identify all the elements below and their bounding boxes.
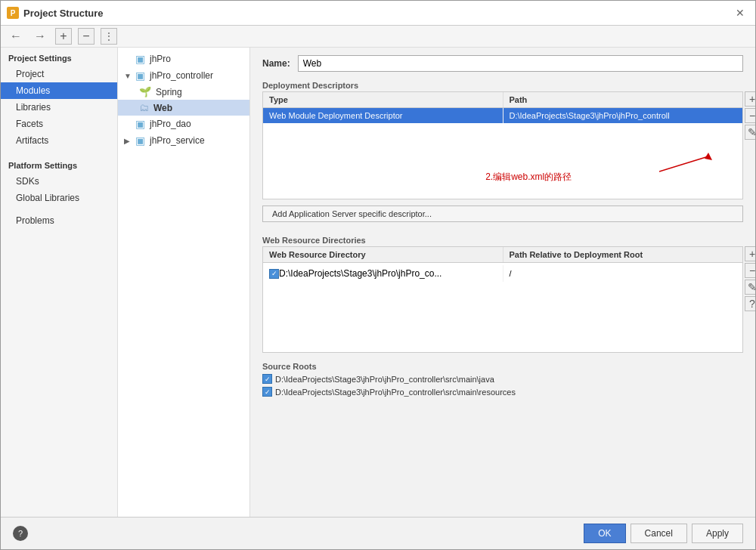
ok-button[interactable]: OK <box>584 524 625 543</box>
web-resource-section: Web Resource Directories Web Resource Di… <box>250 233 755 353</box>
left-panel: Project Settings Project Modules Librari… <box>1 48 118 517</box>
deployment-table: Type Path Web Module Deployment Descript… <box>262 91 743 199</box>
svg-marker-1 <box>705 153 712 160</box>
title-bar-left: P Project Structure <box>7 7 103 19</box>
main-content: Project Settings Project Modules Librari… <box>1 48 755 517</box>
red-arrow-icon <box>659 153 720 178</box>
divider2 <box>1 206 117 212</box>
name-row: Name: <box>250 48 755 78</box>
web-resource-table: Web Resource Directory Path Relative to … <box>262 246 743 353</box>
add-deployment-button[interactable]: + <box>745 91 755 107</box>
web-resource-header: Web Resource Directory Path Relative to … <box>263 247 742 263</box>
web-resource-row[interactable]: ✓ D:\IdeaProjects\Stage3\jhPro\jhPro_co.… <box>263 263 742 284</box>
web-side-buttons: + − ✎ ? <box>745 246 755 311</box>
module-tree-panel: ▣ jhPro ▼ ▣ jhPro_controller 🌱 Spring 🗂 … <box>118 48 250 517</box>
web-table-empty-area <box>263 284 742 352</box>
deployment-descriptors-label: Deployment Descriptors <box>250 78 755 91</box>
web-path-cell: / <box>503 266 743 281</box>
bottom-right: OK Cancel Apply <box>584 524 743 543</box>
sidebar-item-global-libraries[interactable]: Global Libraries <box>1 190 117 206</box>
source-root-checkbox-0[interactable]: ✓ <box>262 374 272 384</box>
bottom-left: ? <box>13 526 28 541</box>
annotation-text: 2.编辑web.xml的路径 <box>485 171 572 184</box>
remove-button-nav[interactable]: − <box>78 28 94 45</box>
tree-item-jhpro-dao[interactable]: ▣ jhPro_dao <box>118 116 249 132</box>
right-detail-panel: Name: Deployment Descriptors Type Path W… <box>250 48 755 517</box>
tree-item-web[interactable]: 🗂 Web <box>118 100 249 116</box>
edit-deployment-button[interactable]: ✎ <box>745 125 755 140</box>
source-root-item-0: ✓ D:\IdeaProjects\Stage3\jhPro\jhPro_con… <box>250 372 755 385</box>
extra-button-nav[interactable]: ⋮ <box>101 28 117 45</box>
close-button[interactable]: ✕ <box>731 5 749 20</box>
source-roots-label: Source Roots <box>250 359 755 372</box>
deployment-table-header: Type Path <box>263 92 742 108</box>
sidebar-item-modules[interactable]: Modules <box>1 82 117 99</box>
back-button[interactable]: ← <box>7 28 25 45</box>
apply-button[interactable]: Apply <box>692 524 743 543</box>
tree-item-spring[interactable]: 🌱 Spring <box>118 84 249 100</box>
toggle-icon: ▼ <box>124 72 133 80</box>
module-icon: ▣ <box>135 134 145 147</box>
sidebar-item-libraries[interactable]: Libraries <box>1 99 117 116</box>
nav-bar: ← → + − ⋮ <box>1 26 755 48</box>
web-resource-area: Web Resource Directory Path Relative to … <box>262 246 743 353</box>
source-roots-section: Source Roots ✓ D:\IdeaProjects\Stage3\jh… <box>250 359 755 398</box>
remove-deployment-button[interactable]: − <box>745 108 755 123</box>
source-root-path-0: D:\IdeaProjects\Stage3\jhPro\jhPro_contr… <box>275 375 494 384</box>
deployment-side-buttons: + − ✎ <box>745 91 755 140</box>
dialog-title: Project Structure <box>23 8 103 19</box>
source-root-item-1: ✓ D:\IdeaProjects\Stage3\jhPro\jhPro_con… <box>250 385 755 398</box>
module-icon: ▣ <box>135 118 145 130</box>
project-settings-header: Project Settings <box>1 48 117 66</box>
add-web-button[interactable]: + <box>745 246 755 261</box>
sidebar-item-artifacts[interactable]: Artifacts <box>1 132 117 149</box>
source-root-path-1: D:\IdeaProjects\Stage3\jhPro\jhPro_contr… <box>275 388 516 397</box>
deployment-table-row[interactable]: Web Module Deployment Descriptor D:\Idea… <box>263 108 742 123</box>
sidebar-item-project[interactable]: Project <box>1 66 117 82</box>
help-button[interactable]: ? <box>13 526 28 541</box>
web-dir-header: Web Resource Directory <box>263 247 503 262</box>
deployment-table-area: Type Path Web Module Deployment Descript… <box>262 91 743 199</box>
remove-web-button[interactable]: − <box>745 263 755 278</box>
type-header: Type <box>263 92 503 107</box>
name-input[interactable] <box>298 55 743 72</box>
module-icon: ▣ <box>135 70 145 82</box>
type-cell: Web Module Deployment Descriptor <box>263 108 503 123</box>
divider <box>1 149 117 155</box>
forward-button[interactable]: → <box>31 28 49 45</box>
platform-settings-header: Platform Settings <box>1 155 117 173</box>
web-dir-cell: ✓ D:\IdeaProjects\Stage3\jhPro\jhPro_co.… <box>263 265 503 282</box>
name-label: Name: <box>262 58 290 69</box>
tree-item-jhpro[interactable]: ▣ jhPro <box>118 51 249 67</box>
bottom-bar: ? OK Cancel Apply <box>1 517 755 549</box>
sidebar-item-problems[interactable]: Problems <box>1 212 117 229</box>
title-bar: P Project Structure ✕ <box>1 1 755 26</box>
path-cell: D:\IdeaProjects\Stage3\jhPro\jhPro_contr… <box>503 108 743 123</box>
dialog-icon: P <box>7 7 19 19</box>
cancel-button[interactable]: Cancel <box>631 524 687 543</box>
tree-item-jhpro-controller[interactable]: ▼ ▣ jhPro_controller <box>118 67 249 84</box>
tree-item-jhpro-service[interactable]: ▶ ▣ jhPro_service <box>118 132 249 149</box>
web-path-header: Path Relative to Deployment Root <box>503 247 743 262</box>
spring-icon: 🌱 <box>139 86 151 97</box>
path-header: Path <box>503 92 743 107</box>
web-resource-label: Web Resource Directories <box>250 233 755 246</box>
web-folder-icon: 🗂 <box>139 102 149 113</box>
sidebar-item-facets[interactable]: Facets <box>1 116 117 132</box>
add-server-button[interactable]: Add Application Server specific descript… <box>262 205 743 222</box>
edit-web-button[interactable]: ✎ <box>745 280 755 295</box>
help-web-button[interactable]: ? <box>745 296 755 311</box>
module-icon: ▣ <box>135 53 145 65</box>
annotation-area: 2.编辑web.xml的路径 <box>263 123 742 199</box>
toggle-icon: ▶ <box>124 137 133 145</box>
source-root-checkbox-1[interactable]: ✓ <box>262 387 272 397</box>
svg-line-0 <box>659 156 708 171</box>
sidebar-item-sdks[interactable]: SDKs <box>1 173 117 190</box>
checkbox-icon[interactable]: ✓ <box>269 269 279 279</box>
project-structure-dialog: P Project Structure ✕ ← → + − ⋮ Project … <box>0 0 756 550</box>
add-button-nav[interactable]: + <box>55 28 72 45</box>
